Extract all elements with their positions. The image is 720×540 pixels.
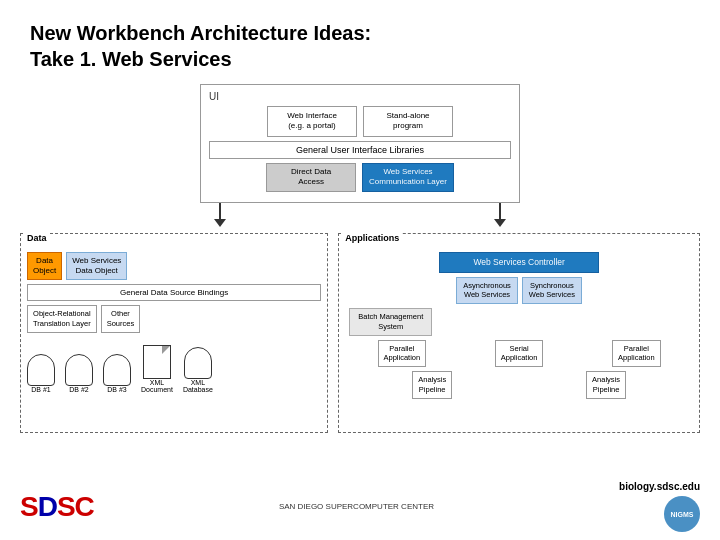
xml-db-label: XMLDatabase [183, 379, 213, 393]
async-sync-row: AsynchronousWeb Services SynchronousWeb … [345, 277, 693, 305]
ui-box: UI Web Interface(e.g. a portal) Stand-al… [200, 84, 520, 203]
db1-icon: DB #1 [27, 354, 55, 393]
db3-shape [103, 354, 131, 386]
db2-shape [65, 354, 93, 386]
web-services-comm-box: Web ServicesCommunication Layer [362, 163, 454, 192]
db2-label: DB #2 [69, 386, 88, 393]
xml-doc-shape [143, 345, 171, 379]
db3-label: DB #3 [107, 386, 126, 393]
arrow-line-right [499, 203, 501, 219]
nigms-label: NIGMS [671, 511, 694, 518]
nigms-badge: NIGMS [664, 496, 700, 532]
analysis-pipeline-1-box: AnalysisPipeline [412, 371, 452, 399]
parallel-app-1-box: ParallelApplication [378, 340, 427, 368]
sdsc-logo: SDSC [20, 491, 94, 523]
other-sources-box: OtherSources [101, 305, 141, 333]
db1-label: DB #1 [31, 386, 50, 393]
standalone-box: Stand-aloneprogram [363, 106, 453, 137]
db-row: DB #1 DB #2 DB #3 [27, 337, 321, 393]
data-panel-label: Data [25, 233, 49, 243]
title-line2: Take 1. Web Services [30, 48, 232, 70]
xml-db-shape [184, 347, 212, 379]
ui-top-row: Web Interface(e.g. a portal) Stand-alone… [209, 106, 511, 137]
ws-controller-row: Web Services Controller [345, 252, 693, 273]
serial-app-box: SerialApplication [495, 340, 544, 368]
footer: SDSC SAN DIEGO SUPERCOMPUTER CENTER biol… [0, 481, 720, 532]
analysis-pipeline-2-box: AnalysisPipeline [586, 371, 626, 399]
top-arrows [80, 203, 640, 227]
sdsc-wordmark: SDSC [20, 491, 94, 523]
xml-doc-label: XMLDocument [141, 379, 173, 393]
sync-box: SynchronousWeb Services [522, 277, 582, 305]
web-interface-box: Web Interface(e.g. a portal) [267, 106, 357, 137]
slide-title: New Workbench Architecture Ideas: Take 1… [30, 20, 690, 72]
data-sub-row: Object-RelationalTranslation Layer Other… [27, 305, 321, 333]
ws-controller-box: Web Services Controller [439, 252, 599, 273]
db2-icon: DB #2 [65, 354, 93, 393]
arrow-left [214, 203, 226, 227]
xml-doc-fold [162, 346, 170, 354]
main-panels: Data DataObject Web ServicesData Object … [20, 233, 700, 433]
diagram: UI Web Interface(e.g. a portal) Stand-al… [30, 84, 690, 433]
gui-libraries-box: General User Interface Libraries [209, 141, 511, 159]
pipeline-row: AnalysisPipeline AnalysisPipeline [345, 371, 693, 399]
db3-icon: DB #3 [103, 354, 131, 393]
async-box: AsynchronousWeb Services [456, 277, 518, 305]
data-objects-row: DataObject Web ServicesData Object [27, 252, 321, 281]
app-panel-content: Web Services Controller AsynchronousWeb … [345, 252, 693, 399]
footer-center: SAN DIEGO SUPERCOMPUTER CENTER [279, 502, 434, 511]
data-panel-content: DataObject Web ServicesData Object Gener… [27, 252, 321, 393]
applications-panel: Applications Web Services Controller Asy… [338, 233, 700, 433]
san-diego-label: SAN DIEGO SUPERCOMPUTER CENTER [279, 502, 434, 511]
slide: New Workbench Architecture Ideas: Take 1… [0, 0, 720, 540]
ws-data-object-box: Web ServicesData Object [66, 252, 127, 281]
title-line1: New Workbench Architecture Ideas: [30, 22, 371, 44]
arrow-right [494, 203, 506, 227]
arrow-head-right [494, 219, 506, 227]
ui-bottom-row: Direct DataAccess Web ServicesCommunicat… [209, 163, 511, 192]
arrow-head-left [214, 219, 226, 227]
app-bottom-row: ParallelApplication SerialApplication Pa… [345, 340, 693, 368]
xml-document-area: XMLDocument [141, 345, 173, 393]
direct-data-box: Direct DataAccess [266, 163, 356, 192]
batch-row: Batch ManagementSystem [349, 308, 693, 336]
data-object-box: DataObject [27, 252, 62, 281]
ui-label: UI [209, 91, 511, 102]
batch-box: Batch ManagementSystem [349, 308, 432, 336]
parallel-app-2-box: ParallelApplication [612, 340, 661, 368]
applications-panel-label: Applications [343, 233, 401, 243]
sdsc-s-letter: SDSC [20, 491, 94, 523]
website-label: biology.sdsc.edu [619, 481, 700, 492]
data-panel: Data DataObject Web ServicesData Object … [20, 233, 328, 433]
arrow-line-left [219, 203, 221, 219]
db1-shape [27, 354, 55, 386]
obj-relational-box: Object-RelationalTranslation Layer [27, 305, 97, 333]
data-bindings-box: General Data Source Bindings [27, 284, 321, 301]
xml-database-area: XMLDatabase [183, 347, 213, 393]
footer-right: biology.sdsc.edu NIGMS [619, 481, 700, 532]
